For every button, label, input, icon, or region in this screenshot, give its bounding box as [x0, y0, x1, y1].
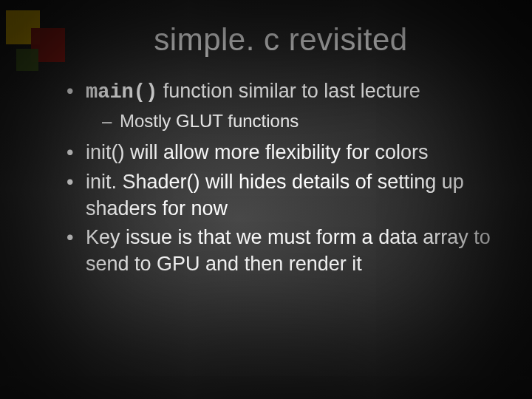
sub-bullet-list: Mostly GLUT functions — [86, 109, 495, 133]
bullet-list: main() function similar to last lecture … — [66, 78, 495, 277]
bullet-item-main-rest: function similar to last lecture — [157, 80, 420, 102]
code-main: main() — [86, 81, 157, 103]
sub-bullet-glut: Mostly GLUT functions — [86, 109, 495, 133]
bullet-item-initshader: init. Shader() will hides details of set… — [66, 169, 495, 222]
bullet-item-init: init() will allow more flexibility for c… — [66, 140, 495, 166]
slide-title: simple. c revisited — [66, 22, 495, 58]
slide-body: simple. c revisited main() function simi… — [0, 0, 532, 399]
bullet-item-key-issue: Key issue is that we must form a data ar… — [66, 225, 495, 277]
bullet-item-main: main() function similar to last lecture … — [66, 78, 495, 132]
